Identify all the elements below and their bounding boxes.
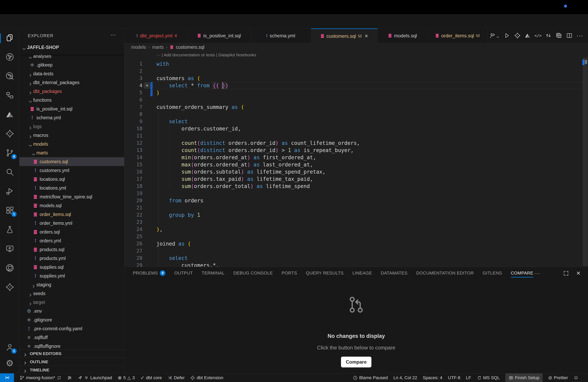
tree-item-supplies.yml[interactable]: !supplies.yml [20, 271, 125, 280]
panel-tab-gitlens[interactable]: GITLENS [483, 267, 502, 279]
tree-item-is_positive_int.sql[interactable]: is_positive_int.sql [20, 104, 125, 113]
tree-item-.sqlfluffignore[interactable]: ≡.sqlfluffignore [20, 342, 125, 349]
tab-models.sql[interactable]: models.sql [378, 28, 428, 43]
panel-maximize-icon[interactable] [562, 270, 570, 277]
tree-item-products.sql[interactable]: products.sql [20, 245, 125, 254]
status-notifications[interactable] [574, 373, 578, 382]
status-finish-setup[interactable]: Finish Setup [505, 373, 543, 382]
panel-tab-lineage[interactable]: LINEAGE [352, 267, 372, 279]
activity-dbt[interactable] [0, 125, 20, 142]
tree-item-.env[interactable]: ⚙.env [20, 307, 125, 315]
section-open-editors[interactable]: OPEN EDITORS [20, 349, 125, 358]
datapilot-icon[interactable] [523, 31, 532, 40]
status-eol[interactable]: LF [466, 373, 471, 382]
tree-item-products.yml[interactable]: !products.yml [20, 254, 125, 263]
more-actions-icon[interactable]: ··· [575, 31, 584, 40]
panel-tab-documentation-editor[interactable]: DOCUMENTATION EDITOR [416, 267, 474, 279]
activity-source-control[interactable]: 4 [0, 144, 20, 162]
tree-item-.pre-commit-config.yaml[interactable]: !.pre-commit-config.yaml [20, 324, 125, 333]
panel-tab-query-results[interactable]: QUERY RESULTS [306, 267, 344, 279]
compare-changes-icon[interactable] [544, 31, 553, 40]
tree-item-logs[interactable]: logs [20, 122, 125, 131]
tree-item-order_items.yml[interactable]: !order_items.yml [20, 219, 125, 228]
tree-item-seeds[interactable]: seeds [20, 289, 125, 298]
tree-item-orders.yml[interactable]: !orders.yml [20, 236, 125, 245]
tab-close-icon[interactable]: ✕ [364, 34, 368, 39]
tree-item-analyses[interactable]: analyses [20, 52, 125, 60]
status-prettier[interactable]: ⊘Prettier [548, 373, 568, 382]
activity-extensions[interactable]: 1 [0, 202, 20, 219]
dbt-power-user-action-icon[interactable] [513, 31, 522, 40]
tree-item-target[interactable]: target [20, 298, 125, 307]
explorer-more-icon[interactable]: ··· [110, 32, 116, 38]
remote-indicator[interactable]: >< [0, 373, 14, 382]
tree-item-locations.yml[interactable]: !locations.yml [20, 184, 125, 192]
split-editor-icon[interactable] [565, 31, 574, 40]
tree-item-jaffle-shop[interactable]: JAFFLE-SHOP [20, 43, 125, 52]
tree-item-.sqlfluff[interactable]: ≡.sqlfluff [20, 333, 125, 342]
tree-item-customers.yml[interactable]: !customers.yml [20, 166, 125, 175]
query-results-icon[interactable] [554, 31, 563, 40]
tree-item-orders.sql[interactable]: orders.sql [20, 228, 125, 236]
panel-tab-debug-console[interactable]: DEBUG CONSOLE [233, 267, 273, 279]
activity-run-and-debug[interactable] [0, 182, 20, 200]
tab-order_items.sql[interactable]: order_items.sqlM [428, 28, 488, 43]
tree-item-functions[interactable]: functions [20, 96, 125, 104]
tree-item-data-tests[interactable]: data-tests [20, 69, 125, 78]
panel-tab-problems[interactable]: PROBLEMS8 [133, 267, 165, 279]
status-problems-summary[interactable]: ⊗5△3 [118, 373, 135, 382]
breadcrumb[interactable]: models›marts›customers.sql [125, 43, 588, 51]
tree-item-customers.sql[interactable]: customers.sqlM [20, 157, 125, 166]
activity-lineage[interactable] [0, 48, 20, 66]
tree-item-models.sql[interactable]: models.sql [20, 201, 125, 210]
status-tune[interactable] [67, 373, 72, 382]
activity-remote-explorer[interactable] [0, 240, 20, 258]
panel-close-icon[interactable]: ✕ [575, 270, 582, 277]
tab-dbt_project.yml[interactable]: !dbt_project.yml4 [125, 28, 188, 43]
section-timeline[interactable]: TIMELINE [20, 366, 125, 373]
status-gitlens-blame[interactable]: Blame Paused [353, 373, 388, 382]
tab-customers.sql[interactable]: customers.sqlM✕ [311, 28, 378, 43]
tree-item-staging[interactable]: staging [20, 280, 125, 289]
status-cursor-position[interactable]: Ln 4, Col 22 [393, 373, 417, 382]
panel-tab-terminal[interactable]: TERMINAL [202, 267, 224, 279]
status-defer[interactable]: Defer [168, 373, 185, 382]
activity-altimate[interactable] [0, 106, 20, 123]
activity-model-graph[interactable] [0, 87, 20, 104]
execute-sql-icon[interactable] [503, 31, 511, 40]
codelens-actions[interactable]: ··· | Add documentation or tests | Datap… [156, 53, 256, 57]
breadcrumb-item[interactable]: customers.sql [176, 45, 204, 50]
panel-tab-output[interactable]: OUTPUT [174, 267, 193, 279]
status-git-branch[interactable]: mwong-fusion* [20, 373, 62, 382]
compare-button[interactable]: Compare [341, 357, 371, 367]
breadcrumb-item[interactable]: marts [152, 45, 164, 50]
activity-testing[interactable] [0, 221, 20, 238]
activity-github[interactable] [0, 259, 20, 277]
editor-scrollbar[interactable] [582, 51, 588, 267]
activity-settings[interactable]: ⚙ [0, 354, 20, 372]
tree-item-dbt_packages[interactable]: dbt_packages [20, 87, 125, 96]
tree-item-schema.yml[interactable]: !schema.yml [20, 113, 125, 122]
tree-item-macros[interactable]: macros [20, 131, 125, 140]
tree-item-models[interactable]: models [20, 140, 125, 149]
tree-item-dbt_internal_packages[interactable]: dbt_internal_packages [20, 78, 125, 87]
panel-tab-datamates[interactable]: DATAMATES [381, 267, 407, 279]
status-encoding[interactable]: UTF-8 [448, 373, 461, 382]
activity-lineage-search[interactable] [0, 67, 20, 85]
status-language-mode[interactable]: MS SQL [477, 373, 500, 382]
code-editor[interactable]: ··· | Add documentation or tests | Datap… [125, 51, 582, 267]
tab-is_positive_int.sql[interactable]: is_positive_int.sql [188, 28, 250, 43]
tree-item-supplies.sql[interactable]: supplies.sql [20, 263, 125, 271]
activity-search[interactable] [0, 163, 20, 181]
panel-more-icon[interactable]: ··· [534, 270, 541, 277]
status-launchpad[interactable]: Launchpad [78, 373, 112, 382]
breadcrumb-item[interactable]: models [131, 45, 146, 50]
status-indentation[interactable]: Spaces: 4 [423, 373, 442, 382]
tree-item-metricflow_time_spine.sql[interactable]: metricflow_time_spine.sql [20, 192, 125, 201]
status-dbt-extension[interactable]: dbt Extension [190, 373, 223, 382]
activity-explorer[interactable] [0, 29, 20, 47]
activity-accounts[interactable]: 1 [0, 339, 20, 356]
tree-item-marts[interactable]: marts [20, 149, 125, 157]
activity-dbt-power-user[interactable] [0, 278, 20, 296]
tree-item-locations.sql[interactable]: locations.sql [20, 175, 125, 184]
